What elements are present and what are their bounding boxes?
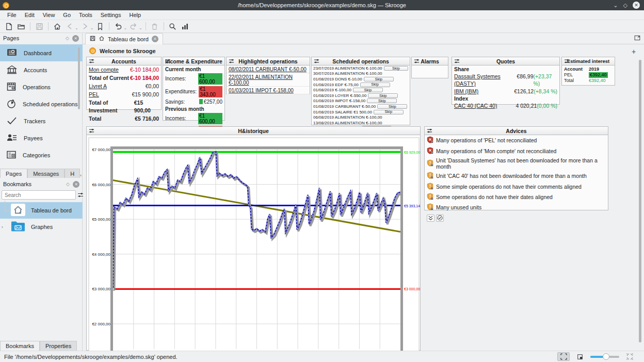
panel-float-icon[interactable]: ◇ bbox=[66, 36, 69, 41]
widget-settings-icon[interactable] bbox=[229, 58, 235, 64]
skip-button[interactable]: Skip bbox=[367, 98, 397, 103]
pages-scrollbar[interactable] bbox=[78, 47, 80, 109]
quote-name[interactable]: IBM (IBM) bbox=[454, 88, 478, 95]
account-name[interactable]: Mon compte bbox=[89, 66, 119, 74]
ledger-icon bbox=[6, 81, 17, 93]
sidebar-item-trackers[interactable]: Trackers bbox=[0, 112, 83, 129]
dock-tab-bookmarks[interactable]: Bookmarks bbox=[0, 341, 40, 351]
delete-icon[interactable] bbox=[149, 21, 160, 31]
bookmarks-search-input[interactable] bbox=[2, 190, 76, 200]
sidebar-item-accounts[interactable]: Accounts bbox=[0, 61, 83, 78]
widget-settings-icon[interactable] bbox=[165, 58, 171, 64]
undo-icon[interactable] bbox=[112, 21, 124, 31]
go-back-icon[interactable] bbox=[64, 21, 75, 31]
widget-settings-icon[interactable] bbox=[89, 58, 95, 64]
zoom-expand-button[interactable] bbox=[623, 352, 636, 361]
zoom-fit-button[interactable] bbox=[557, 352, 570, 361]
panel-float-icon[interactable]: ◇ bbox=[66, 182, 70, 187]
bookmark-item-graphes[interactable]: ›Graphes bbox=[0, 219, 83, 235]
tab-close-icon[interactable]: ✕ bbox=[152, 36, 158, 42]
search-icon[interactable] bbox=[167, 21, 179, 31]
expander-icon[interactable]: › bbox=[2, 225, 3, 229]
widget-settings-icon[interactable] bbox=[414, 58, 420, 64]
highlighted-operation-link[interactable]: 01/03/2011 IMPOT €-158,00 bbox=[227, 87, 310, 94]
detach-tab-icon[interactable] bbox=[634, 35, 641, 42]
widget-settings-icon[interactable] bbox=[89, 128, 95, 134]
go-forward-icon[interactable] bbox=[79, 21, 91, 31]
sidebar-item-scheduled-operations[interactable]: Scheduled operations bbox=[0, 95, 83, 112]
new-document-icon[interactable] bbox=[3, 21, 14, 31]
account-name[interactable]: Livret A bbox=[89, 83, 107, 90]
home-icon[interactable] bbox=[52, 21, 63, 31]
expand-all-advices-icon[interactable] bbox=[427, 215, 434, 222]
menu-tools[interactable]: Tools bbox=[75, 11, 96, 19]
menu-help[interactable]: Help bbox=[125, 11, 145, 19]
redo-dropdown-icon[interactable]: ⌄ bbox=[139, 26, 142, 30]
open-file-icon[interactable] bbox=[15, 21, 27, 31]
skip-button[interactable]: Skip bbox=[360, 83, 390, 87]
dismiss-advices-icon[interactable] bbox=[436, 215, 444, 222]
zoom-original-button[interactable] bbox=[574, 352, 586, 361]
menu-go[interactable]: Go bbox=[59, 11, 75, 19]
dock-tab-messages[interactable]: Messages bbox=[27, 169, 65, 178]
advice-item[interactable]: Many unused units bbox=[425, 202, 608, 212]
account-name: Total of Investment bbox=[89, 99, 134, 114]
tab-label[interactable]: Tableau de bord bbox=[108, 36, 149, 42]
widget-settings-icon[interactable] bbox=[314, 58, 320, 64]
close-icon[interactable]: ✕ bbox=[633, 2, 640, 9]
panel-close-icon[interactable]: ✕ bbox=[73, 181, 79, 188]
widget-settings-icon[interactable] bbox=[427, 128, 433, 134]
sidebar-item-label: Dashboard bbox=[24, 50, 52, 56]
highlighted-operation-link[interactable]: 08/02/2011 CARBURANT €-50,00 bbox=[227, 65, 310, 73]
widget-settings-icon[interactable] bbox=[454, 58, 460, 64]
add-widget-button[interactable]: + bbox=[632, 47, 636, 56]
save-icon[interactable] bbox=[34, 21, 45, 31]
advice-item[interactable]: Some simple operations do not have their… bbox=[425, 182, 608, 192]
bookmark-item-tableau-de-bord[interactable]: Tableau de bord bbox=[0, 202, 83, 219]
dock-tab-properties[interactable]: Properties bbox=[40, 341, 77, 351]
menu-settings[interactable]: Settings bbox=[96, 11, 125, 19]
menu-edit[interactable]: Edit bbox=[21, 11, 39, 19]
quote-name[interactable]: CAC 40 (CAC 40) bbox=[454, 102, 497, 109]
dock-tab-pages[interactable]: Pages bbox=[0, 169, 27, 178]
check-icon bbox=[6, 116, 18, 126]
sidebar-item-dashboard[interactable]: Dashboard bbox=[0, 44, 83, 61]
advice-item[interactable]: Unit 'CAC 40' has not been downloaded fo… bbox=[425, 171, 608, 181]
sidebar-item-categories[interactable]: Categories bbox=[0, 146, 83, 163]
minimize-icon[interactable]: ⌄ bbox=[613, 3, 618, 8]
account-name[interactable]: PEL bbox=[89, 91, 99, 98]
tab-tableau-de-bord[interactable]: Tableau de bord ✕ bbox=[85, 33, 163, 44]
widget-settings-icon[interactable] bbox=[564, 58, 570, 64]
advice-item[interactable]: Some operations do not have their dates … bbox=[425, 192, 608, 202]
redo-icon[interactable] bbox=[128, 21, 139, 31]
menu-file[interactable]: File bbox=[3, 11, 21, 19]
report-chart-icon[interactable] bbox=[180, 21, 191, 31]
tab-scroll-left-icon[interactable]: ‹ bbox=[80, 173, 82, 178]
quote-name[interactable]: Dassault Systemes (DASTY) bbox=[454, 73, 517, 87]
advice-item[interactable]: Unit 'Dassault Systemes' has not been do… bbox=[425, 156, 608, 171]
dock-tab-h[interactable]: H bbox=[65, 169, 80, 178]
menu-view[interactable]: View bbox=[39, 11, 59, 19]
skip-button[interactable]: Skip bbox=[377, 104, 407, 109]
maximize-icon[interactable]: ◇ bbox=[623, 3, 627, 8]
panel-close-icon[interactable]: ✕ bbox=[72, 35, 79, 42]
sidebar-item-payees[interactable]: Payees bbox=[0, 129, 83, 146]
skip-button[interactable]: Skip bbox=[368, 93, 398, 98]
forward-dropdown-icon[interactable]: ⌄ bbox=[90, 26, 94, 30]
skip-button[interactable]: Skip bbox=[384, 66, 408, 71]
welcome-text: Welcome to Skrooge bbox=[100, 48, 156, 54]
back-dropdown-icon[interactable]: ⌄ bbox=[75, 26, 78, 30]
undo-dropdown-icon[interactable]: ⌄ bbox=[123, 26, 127, 30]
dashboard-scrollbar[interactable] bbox=[639, 60, 641, 342]
skip-button[interactable]: Skip bbox=[374, 110, 404, 114]
advice-item[interactable]: Many operations of 'PEL' not reconciliat… bbox=[425, 135, 608, 145]
sidebar-item-operations[interactable]: Operations bbox=[0, 78, 83, 95]
bookmark-icon[interactable] bbox=[94, 21, 106, 31]
highlighted-operation-link[interactable]: 22/02/2011 ALIMENTATION €-100,00 bbox=[227, 73, 310, 87]
zoom-slider[interactable] bbox=[590, 356, 619, 358]
advice-item[interactable]: Many operations of 'Mon compte' not reco… bbox=[425, 145, 608, 156]
zoom-slider-knob[interactable] bbox=[603, 353, 609, 360]
tab-save-icon[interactable] bbox=[90, 36, 95, 42]
skip-button[interactable]: Skip bbox=[353, 88, 383, 92]
skip-button[interactable]: Skip bbox=[364, 77, 394, 81]
